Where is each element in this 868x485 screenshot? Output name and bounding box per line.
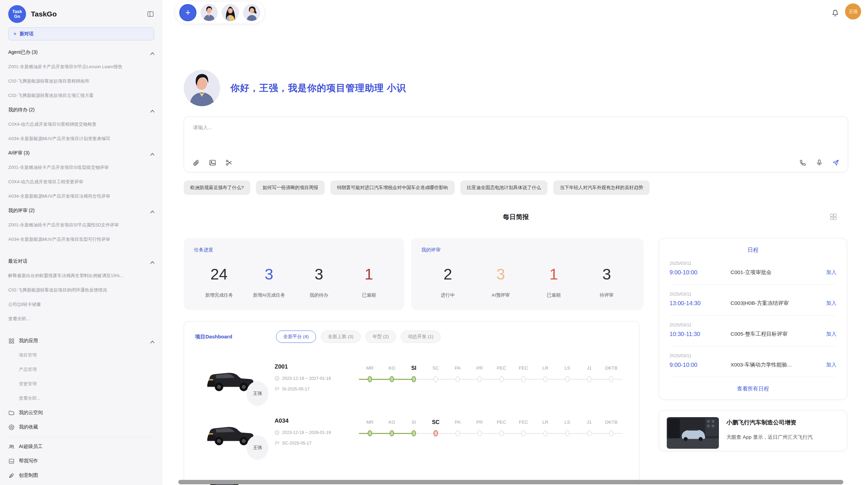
project-row[interactable]: 王强 A034 2023-12-19 ~ 2026-01-19 SC-2025-… bbox=[195, 416, 628, 451]
stat-label: 已逾期 bbox=[527, 292, 580, 298]
sidebar-item-ai-super-staff[interactable]: AI超级员工 bbox=[8, 439, 154, 454]
news-image bbox=[667, 417, 719, 449]
milestone-label-current: SI bbox=[403, 364, 425, 372]
send-icon[interactable] bbox=[832, 159, 840, 166]
sidebar-item-help-writing[interactable]: 帮我写作 bbox=[8, 454, 154, 468]
join-button[interactable]: 加入 bbox=[826, 331, 836, 337]
schedule-name: C005-整车工程目标评审 bbox=[731, 331, 826, 338]
tab-new-body[interactable]: 全新上装 (3) bbox=[321, 331, 361, 343]
list-item[interactable]: C0X4-动力总成开发项目工程变更评审 bbox=[8, 175, 154, 189]
project-row[interactable]: 王强 Z001 2023-12-19 ~ 2027-01-19 SI-2025-… bbox=[195, 362, 628, 397]
app-window: Task Go TaskGo + 新对话 Agent已办 (3) Z001-全新… bbox=[0, 0, 868, 485]
project-owner-badge: 王强 bbox=[246, 381, 268, 406]
image-icon[interactable] bbox=[209, 159, 216, 166]
join-button[interactable]: 加入 bbox=[826, 269, 836, 276]
milestone-dot bbox=[499, 376, 504, 382]
section-agent-done[interactable]: Agent已办 (3) bbox=[8, 45, 154, 60]
attachment-icon[interactable] bbox=[192, 159, 200, 166]
section-my-todo[interactable]: 我的待办 (2) bbox=[8, 103, 154, 117]
tab-new-platform[interactable]: 全新平台 (4) bbox=[276, 331, 316, 343]
list-item[interactable]: C02-飞腾新能源轻客改款项目立项汇报方案 bbox=[8, 88, 154, 103]
horizontal-scrollbar[interactable] bbox=[178, 480, 843, 484]
chevron-up-icon[interactable] bbox=[149, 150, 154, 156]
suggestion-chip[interactable]: 欧洲新规最近颁布了什么? bbox=[184, 181, 250, 195]
schedule-item: 2025/03/11 9:00-10:00 X003-车辆动力学性能验... 加… bbox=[670, 346, 836, 377]
list-item[interactable]: A034-全新新能源MUV产品开发项目计划变更表编写 bbox=[8, 132, 154, 146]
schedule-name: X003-车辆动力学性能验... bbox=[731, 361, 826, 369]
apps-grid-icon bbox=[8, 338, 15, 344]
list-item[interactable]: Z001-全新燃油皮卡产品开发项目SI节点Lesson Learn报告 bbox=[8, 60, 154, 74]
chevron-up-icon[interactable] bbox=[149, 208, 154, 213]
join-button[interactable]: 加入 bbox=[826, 362, 836, 368]
chevron-up-icon[interactable] bbox=[149, 107, 154, 113]
milestone-label: LR bbox=[534, 364, 556, 372]
suggestion-chip[interactable]: 如何写一份清晰的项目周报 bbox=[256, 181, 325, 195]
chevron-up-icon[interactable] bbox=[149, 259, 154, 264]
sidebar-item-product-mgmt[interactable]: 产品管理 bbox=[8, 362, 154, 377]
scissors-icon[interactable] bbox=[225, 159, 233, 166]
view-all-chats[interactable]: 查看全部... bbox=[8, 312, 154, 326]
sidebar-item-favorites[interactable]: 我的收藏 bbox=[8, 420, 154, 434]
list-item[interactable]: Z001-全新燃油轻卡产品开发项目SI节点属性5D文件评审 bbox=[8, 218, 154, 232]
milestone-dot bbox=[499, 430, 504, 436]
add-agent-button[interactable]: + bbox=[179, 4, 196, 21]
avatar[interactable] bbox=[201, 4, 218, 21]
milestone-label: LS bbox=[556, 364, 578, 372]
milestone-label-current: SC bbox=[425, 418, 447, 426]
card-title: 我的评审 bbox=[421, 247, 633, 253]
stat-value: 3 bbox=[580, 265, 634, 283]
list-item[interactable]: 公司Q3轻卡销量 bbox=[8, 297, 154, 312]
suggestion-chip[interactable]: 比亚迪全固态电池计划具体说了什么 bbox=[460, 181, 547, 195]
view-all-apps[interactable]: 查看全部... bbox=[8, 391, 154, 406]
list-item[interactable]: C02-飞腾新能源轻客改款项目里程碑画布 bbox=[8, 74, 154, 88]
stat-label: 已逾期 bbox=[344, 292, 394, 298]
section-ai-review[interactable]: AI评审 (3) bbox=[8, 146, 154, 160]
tab-model-year[interactable]: 年型 (2) bbox=[365, 331, 396, 343]
suggestion-chip[interactable]: 特朗普可能对进口汽车增税会对中国车企造成哪些影响 bbox=[330, 181, 455, 195]
suggestion-chips: 欧洲新规最近颁布了什么? 如何写一份清晰的项目周报 特朗普可能对进口汽车增税会对… bbox=[184, 181, 848, 195]
avatar[interactable] bbox=[243, 4, 260, 21]
user-avatar[interactable]: 王强 bbox=[845, 3, 861, 20]
stat-label: 我的待办 bbox=[294, 292, 344, 298]
join-button[interactable]: 加入 bbox=[826, 300, 836, 307]
list-item[interactable]: A034-全新新能源MUV产品开发项目造型可行性评审 bbox=[8, 232, 154, 247]
sidebar-item-cloud-space[interactable]: 我的云空间 bbox=[8, 406, 154, 420]
writing-icon bbox=[8, 458, 15, 464]
project-dates: 2023-12-19 ~ 2026-01-19 bbox=[282, 430, 331, 435]
milestone-dot bbox=[587, 376, 592, 382]
list-item[interactable]: A034-全新新能源MUV产品开发项目法规符合性评审 bbox=[8, 189, 154, 203]
stat-value: 3 bbox=[474, 265, 528, 283]
list-item[interactable]: 解释最新出台的欧盟报废车法规再生塑料比例被调至15%... bbox=[8, 269, 154, 283]
milestone-dot bbox=[412, 430, 416, 436]
sidebar-item-creative-drawing[interactable]: 创意制图 bbox=[8, 468, 154, 482]
section-recent-chats[interactable]: 最近对话 bbox=[8, 254, 154, 269]
suggestion-chip[interactable]: 当下年轻人对汽车外观有怎样的喜好趋势 bbox=[553, 181, 650, 195]
new-chat-button[interactable]: + 新对话 bbox=[8, 27, 154, 40]
layout-grid-icon[interactable] bbox=[830, 213, 837, 221]
list-item[interactable]: C0X4-动力总成开发项目SI里程碑提交物检查 bbox=[8, 117, 154, 132]
list-item[interactable]: C02-飞腾新能源轻客改款项目的闭环通告反馈情况 bbox=[8, 283, 154, 297]
message-composer[interactable]: 请输入... bbox=[184, 116, 848, 172]
chevron-up-icon[interactable] bbox=[149, 338, 154, 344]
microphone-icon[interactable] bbox=[816, 159, 823, 166]
notification-bell-icon[interactable] bbox=[831, 9, 839, 17]
view-all-schedule-link[interactable]: 查看所有日程 bbox=[670, 385, 836, 393]
sidebar-scroll-area[interactable]: Agent已办 (3) Z001-全新燃油皮卡产品开发项目SI节点Lesson … bbox=[8, 45, 154, 482]
sidebar-item-my-apps[interactable]: 我的应用 bbox=[8, 334, 154, 348]
sidebar-item-project-mgmt[interactable]: 项目管理 bbox=[8, 348, 154, 362]
avatar[interactable] bbox=[222, 4, 239, 21]
list-item[interactable]: Z001-全新燃油轻卡产品开发项目SI造型提交物评审 bbox=[8, 160, 154, 175]
chevron-up-icon[interactable] bbox=[149, 50, 154, 55]
schedule-time: 13:00-14:30 bbox=[670, 300, 731, 307]
card-title: 任务进度 bbox=[194, 247, 394, 253]
sidebar-collapse-icon[interactable] bbox=[147, 10, 154, 18]
assistant-avatar bbox=[184, 70, 220, 106]
sidebar-item-change-mgmt[interactable]: 变更管理 bbox=[8, 377, 154, 391]
news-card[interactable]: 小鹏飞行汽车制造公司增资 天眼查 App 显示，近日广州汇天飞行汽 bbox=[659, 410, 847, 451]
phone-call-icon[interactable] bbox=[799, 159, 807, 166]
schedule-name: C001-立项审批会 bbox=[731, 269, 826, 276]
news-snippet: 天眼查 App 显示，近日广州汇天飞行汽 bbox=[726, 434, 812, 440]
tab-powertrain[interactable]: 动总开发 (1) bbox=[401, 331, 441, 343]
schedule-time: 9:00-10:00 bbox=[670, 362, 731, 369]
section-my-review[interactable]: 我的评审 (2) bbox=[8, 203, 154, 218]
